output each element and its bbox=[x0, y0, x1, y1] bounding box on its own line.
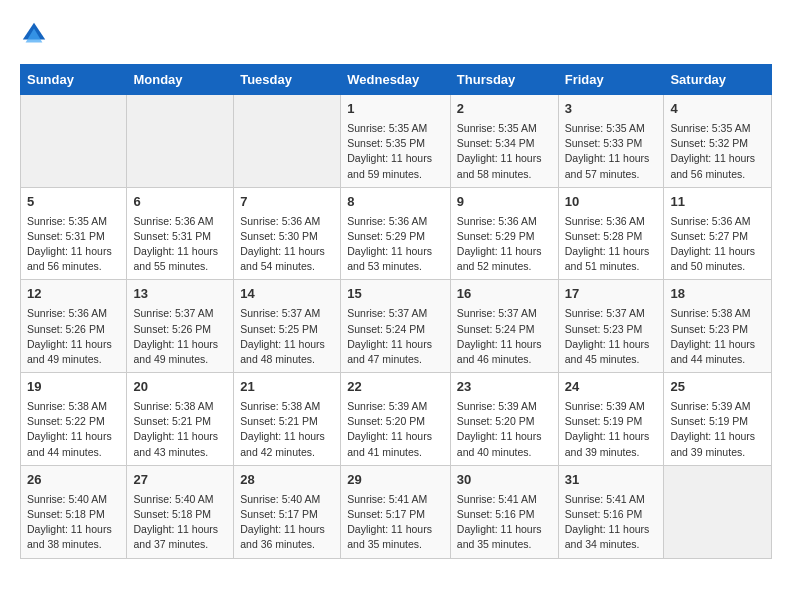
day-info: Sunrise: 5:36 AM Sunset: 5:27 PM Dayligh… bbox=[670, 214, 765, 275]
day-info: Sunrise: 5:40 AM Sunset: 5:18 PM Dayligh… bbox=[27, 492, 120, 553]
day-number: 6 bbox=[133, 193, 227, 212]
day-number: 26 bbox=[27, 471, 120, 490]
day-number: 30 bbox=[457, 471, 552, 490]
calendar-cell: 25Sunrise: 5:39 AM Sunset: 5:19 PM Dayli… bbox=[664, 373, 772, 466]
calendar-cell bbox=[664, 465, 772, 558]
day-number: 19 bbox=[27, 378, 120, 397]
day-info: Sunrise: 5:36 AM Sunset: 5:29 PM Dayligh… bbox=[457, 214, 552, 275]
day-info: Sunrise: 5:37 AM Sunset: 5:23 PM Dayligh… bbox=[565, 306, 658, 367]
day-of-week-header: Sunday bbox=[21, 65, 127, 95]
calendar-cell: 7Sunrise: 5:36 AM Sunset: 5:30 PM Daylig… bbox=[234, 187, 341, 280]
day-of-week-header: Saturday bbox=[664, 65, 772, 95]
calendar-cell: 16Sunrise: 5:37 AM Sunset: 5:24 PM Dayli… bbox=[450, 280, 558, 373]
calendar-cell: 23Sunrise: 5:39 AM Sunset: 5:20 PM Dayli… bbox=[450, 373, 558, 466]
day-number: 23 bbox=[457, 378, 552, 397]
day-info: Sunrise: 5:35 AM Sunset: 5:31 PM Dayligh… bbox=[27, 214, 120, 275]
day-of-week-header: Monday bbox=[127, 65, 234, 95]
day-number: 14 bbox=[240, 285, 334, 304]
calendar-cell: 6Sunrise: 5:36 AM Sunset: 5:31 PM Daylig… bbox=[127, 187, 234, 280]
day-info: Sunrise: 5:36 AM Sunset: 5:26 PM Dayligh… bbox=[27, 306, 120, 367]
calendar-week-row: 19Sunrise: 5:38 AM Sunset: 5:22 PM Dayli… bbox=[21, 373, 772, 466]
day-number: 28 bbox=[240, 471, 334, 490]
day-number: 3 bbox=[565, 100, 658, 119]
calendar-cell bbox=[21, 95, 127, 188]
logo bbox=[20, 20, 52, 48]
calendar-week-row: 1Sunrise: 5:35 AM Sunset: 5:35 PM Daylig… bbox=[21, 95, 772, 188]
calendar-cell: 2Sunrise: 5:35 AM Sunset: 5:34 PM Daylig… bbox=[450, 95, 558, 188]
day-info: Sunrise: 5:37 AM Sunset: 5:24 PM Dayligh… bbox=[347, 306, 444, 367]
day-number: 16 bbox=[457, 285, 552, 304]
day-info: Sunrise: 5:36 AM Sunset: 5:30 PM Dayligh… bbox=[240, 214, 334, 275]
calendar-header-row: SundayMondayTuesdayWednesdayThursdayFrid… bbox=[21, 65, 772, 95]
calendar-cell: 26Sunrise: 5:40 AM Sunset: 5:18 PM Dayli… bbox=[21, 465, 127, 558]
calendar-cell: 4Sunrise: 5:35 AM Sunset: 5:32 PM Daylig… bbox=[664, 95, 772, 188]
calendar-cell bbox=[127, 95, 234, 188]
day-info: Sunrise: 5:37 AM Sunset: 5:25 PM Dayligh… bbox=[240, 306, 334, 367]
day-number: 15 bbox=[347, 285, 444, 304]
day-of-week-header: Thursday bbox=[450, 65, 558, 95]
day-info: Sunrise: 5:37 AM Sunset: 5:26 PM Dayligh… bbox=[133, 306, 227, 367]
calendar-cell: 14Sunrise: 5:37 AM Sunset: 5:25 PM Dayli… bbox=[234, 280, 341, 373]
day-info: Sunrise: 5:39 AM Sunset: 5:19 PM Dayligh… bbox=[565, 399, 658, 460]
calendar-cell: 27Sunrise: 5:40 AM Sunset: 5:18 PM Dayli… bbox=[127, 465, 234, 558]
calendar-cell: 31Sunrise: 5:41 AM Sunset: 5:16 PM Dayli… bbox=[558, 465, 664, 558]
day-info: Sunrise: 5:35 AM Sunset: 5:34 PM Dayligh… bbox=[457, 121, 552, 182]
day-number: 27 bbox=[133, 471, 227, 490]
day-number: 2 bbox=[457, 100, 552, 119]
calendar-cell: 24Sunrise: 5:39 AM Sunset: 5:19 PM Dayli… bbox=[558, 373, 664, 466]
day-info: Sunrise: 5:41 AM Sunset: 5:16 PM Dayligh… bbox=[457, 492, 552, 553]
calendar-cell: 13Sunrise: 5:37 AM Sunset: 5:26 PM Dayli… bbox=[127, 280, 234, 373]
day-number: 9 bbox=[457, 193, 552, 212]
day-info: Sunrise: 5:40 AM Sunset: 5:17 PM Dayligh… bbox=[240, 492, 334, 553]
day-info: Sunrise: 5:39 AM Sunset: 5:19 PM Dayligh… bbox=[670, 399, 765, 460]
day-number: 29 bbox=[347, 471, 444, 490]
day-number: 7 bbox=[240, 193, 334, 212]
calendar-cell: 15Sunrise: 5:37 AM Sunset: 5:24 PM Dayli… bbox=[341, 280, 451, 373]
day-number: 4 bbox=[670, 100, 765, 119]
day-number: 25 bbox=[670, 378, 765, 397]
day-info: Sunrise: 5:36 AM Sunset: 5:29 PM Dayligh… bbox=[347, 214, 444, 275]
day-info: Sunrise: 5:37 AM Sunset: 5:24 PM Dayligh… bbox=[457, 306, 552, 367]
calendar-cell bbox=[234, 95, 341, 188]
day-of-week-header: Friday bbox=[558, 65, 664, 95]
calendar-cell: 20Sunrise: 5:38 AM Sunset: 5:21 PM Dayli… bbox=[127, 373, 234, 466]
calendar-cell: 22Sunrise: 5:39 AM Sunset: 5:20 PM Dayli… bbox=[341, 373, 451, 466]
calendar-cell: 17Sunrise: 5:37 AM Sunset: 5:23 PM Dayli… bbox=[558, 280, 664, 373]
calendar-cell: 28Sunrise: 5:40 AM Sunset: 5:17 PM Dayli… bbox=[234, 465, 341, 558]
day-number: 18 bbox=[670, 285, 765, 304]
calendar-cell: 11Sunrise: 5:36 AM Sunset: 5:27 PM Dayli… bbox=[664, 187, 772, 280]
day-number: 17 bbox=[565, 285, 658, 304]
logo-icon bbox=[20, 20, 48, 48]
day-of-week-header: Tuesday bbox=[234, 65, 341, 95]
calendar-cell: 3Sunrise: 5:35 AM Sunset: 5:33 PM Daylig… bbox=[558, 95, 664, 188]
day-number: 12 bbox=[27, 285, 120, 304]
calendar-cell: 12Sunrise: 5:36 AM Sunset: 5:26 PM Dayli… bbox=[21, 280, 127, 373]
day-number: 1 bbox=[347, 100, 444, 119]
day-info: Sunrise: 5:36 AM Sunset: 5:28 PM Dayligh… bbox=[565, 214, 658, 275]
calendar-cell: 19Sunrise: 5:38 AM Sunset: 5:22 PM Dayli… bbox=[21, 373, 127, 466]
day-number: 22 bbox=[347, 378, 444, 397]
calendar-week-row: 26Sunrise: 5:40 AM Sunset: 5:18 PM Dayli… bbox=[21, 465, 772, 558]
day-number: 8 bbox=[347, 193, 444, 212]
day-number: 24 bbox=[565, 378, 658, 397]
calendar-table: SundayMondayTuesdayWednesdayThursdayFrid… bbox=[20, 64, 772, 559]
day-number: 11 bbox=[670, 193, 765, 212]
day-number: 31 bbox=[565, 471, 658, 490]
day-info: Sunrise: 5:39 AM Sunset: 5:20 PM Dayligh… bbox=[457, 399, 552, 460]
page-header bbox=[20, 20, 772, 48]
day-number: 20 bbox=[133, 378, 227, 397]
calendar-cell: 5Sunrise: 5:35 AM Sunset: 5:31 PM Daylig… bbox=[21, 187, 127, 280]
day-info: Sunrise: 5:39 AM Sunset: 5:20 PM Dayligh… bbox=[347, 399, 444, 460]
day-info: Sunrise: 5:38 AM Sunset: 5:21 PM Dayligh… bbox=[133, 399, 227, 460]
day-info: Sunrise: 5:38 AM Sunset: 5:22 PM Dayligh… bbox=[27, 399, 120, 460]
calendar-cell: 10Sunrise: 5:36 AM Sunset: 5:28 PM Dayli… bbox=[558, 187, 664, 280]
calendar-cell: 30Sunrise: 5:41 AM Sunset: 5:16 PM Dayli… bbox=[450, 465, 558, 558]
day-info: Sunrise: 5:38 AM Sunset: 5:23 PM Dayligh… bbox=[670, 306, 765, 367]
calendar-cell: 21Sunrise: 5:38 AM Sunset: 5:21 PM Dayli… bbox=[234, 373, 341, 466]
day-number: 13 bbox=[133, 285, 227, 304]
day-number: 10 bbox=[565, 193, 658, 212]
day-info: Sunrise: 5:41 AM Sunset: 5:17 PM Dayligh… bbox=[347, 492, 444, 553]
day-number: 5 bbox=[27, 193, 120, 212]
day-info: Sunrise: 5:36 AM Sunset: 5:31 PM Dayligh… bbox=[133, 214, 227, 275]
day-of-week-header: Wednesday bbox=[341, 65, 451, 95]
